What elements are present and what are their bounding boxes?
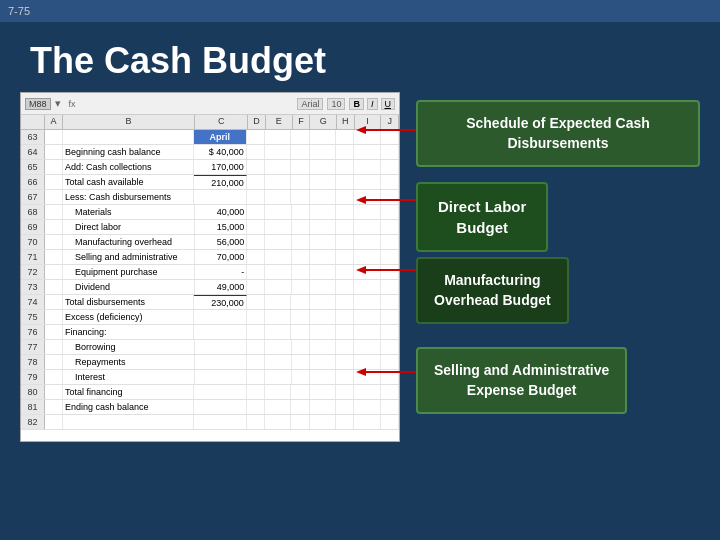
table-row: 72 Equipment purchase - — [21, 265, 399, 280]
title-area: The Cash Budget — [0, 22, 720, 92]
col-e-header: E — [266, 115, 293, 129]
col-i-header: I — [355, 115, 382, 129]
table-row: 70 Manufacturing overhead 56,000 — [21, 235, 399, 250]
table-row: 75 Excess (deficiency) — [21, 310, 399, 325]
col-h-header: H — [337, 115, 355, 129]
column-headers: A B C D E F G H I J — [21, 115, 399, 130]
col-d-header: D — [248, 115, 266, 129]
table-row: 81 Ending cash balance — [21, 400, 399, 415]
direct-labor-budget-bubble: Direct LaborBudget — [416, 182, 548, 252]
table-row: 66 Total cash available 210,000 — [21, 175, 399, 190]
col-c-header: C — [195, 115, 248, 129]
table-row: 77 Borrowing — [21, 340, 399, 355]
table-row: 74 Total disbursements 230,000 — [21, 295, 399, 310]
col-j-header: J — [381, 115, 399, 129]
table-row: 82 — [21, 415, 399, 430]
spreadsheet: M88 ▾ fx Arial 10 B I U A B C D E F G H … — [20, 92, 400, 442]
table-row: 69 Direct labor 15,000 — [21, 220, 399, 235]
col-g-header: G — [310, 115, 337, 129]
slide-number: 7-75 — [8, 5, 30, 17]
table-row: 65 Add: Cash collections 170,000 — [21, 160, 399, 175]
annotations-panel: Schedule of Expected Cash Disbursements … — [416, 92, 700, 442]
top-bar: 7-75 — [0, 0, 720, 22]
page-title: The Cash Budget — [30, 40, 690, 82]
table-row: 63 April — [21, 130, 399, 145]
table-row: 68 Materials 40,000 — [21, 205, 399, 220]
table-row: 67 Less: Cash disbursements — [21, 190, 399, 205]
table-row: 80 Total financing — [21, 385, 399, 400]
table-row: 78 Repayments — [21, 355, 399, 370]
main-content: M88 ▾ fx Arial 10 B I U A B C D E F G H … — [0, 92, 720, 452]
col-b-header: B — [63, 115, 195, 129]
table-row: 73 Dividend 49,000 — [21, 280, 399, 295]
col-a-header: A — [45, 115, 63, 129]
table-row: 64 Beginning cash balance $ 40,000 — [21, 145, 399, 160]
selling-admin-bubble: Selling and AdministrativeExpense Budget — [416, 347, 627, 414]
excel-toolbar: M88 ▾ fx Arial 10 B I U — [21, 93, 399, 115]
table-row: 71 Selling and administrative 70,000 — [21, 250, 399, 265]
col-f-header: F — [293, 115, 311, 129]
schedule-expected-bubble: Schedule of Expected Cash Disbursements — [416, 100, 700, 167]
table-row: 76 Financing: — [21, 325, 399, 340]
table-row: 79 Interest — [21, 370, 399, 385]
manufacturing-overhead-bubble: ManufacturingOverhead Budget — [416, 257, 569, 324]
april-header: April — [194, 130, 247, 144]
